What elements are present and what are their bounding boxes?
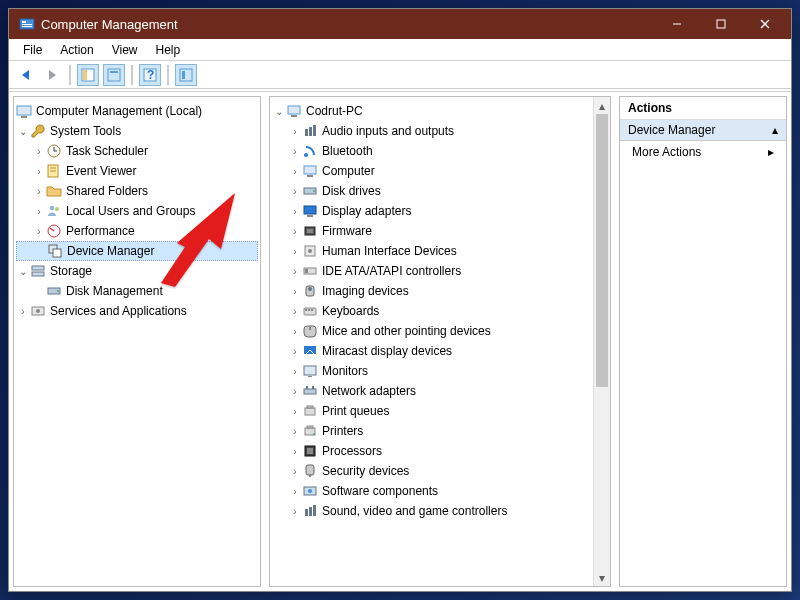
device-tree: ⌄ Codrut-PC ›Audio inputs and outputs›Bl… [270, 97, 610, 525]
svg-point-47 [313, 190, 315, 192]
tree-event-viewer[interactable]: › Event Viewer [16, 161, 258, 181]
expand-icon[interactable]: › [288, 366, 302, 377]
expand-icon[interactable]: › [288, 146, 302, 157]
device-category[interactable]: ›Disk drives [272, 181, 592, 201]
expand-icon[interactable]: › [288, 286, 302, 297]
help-button[interactable]: ? [139, 64, 161, 86]
expand-icon[interactable]: › [288, 486, 302, 497]
menu-action[interactable]: Action [52, 41, 101, 59]
expand-icon[interactable]: › [288, 186, 302, 197]
expand-icon[interactable]: › [288, 346, 302, 357]
expand-icon[interactable]: › [288, 506, 302, 517]
svg-rect-65 [308, 376, 312, 377]
scroll-up-icon[interactable]: ▴ [594, 97, 610, 114]
device-category[interactable]: ›Firmware [272, 221, 592, 241]
menu-help[interactable]: Help [148, 41, 189, 59]
device-category[interactable]: ›Computer [272, 161, 592, 181]
expand-icon[interactable]: › [288, 326, 302, 337]
expand-icon[interactable]: › [32, 226, 46, 237]
vertical-scrollbar[interactable]: ▴ ▾ [593, 97, 610, 586]
expand-icon[interactable]: › [288, 386, 302, 397]
expand-icon[interactable]: › [288, 426, 302, 437]
expand-icon[interactable]: › [288, 166, 302, 177]
tree-storage[interactable]: ⌄ Storage [16, 261, 258, 281]
svg-point-73 [313, 433, 315, 435]
device-icon [302, 283, 318, 299]
device-label: Printers [322, 424, 367, 438]
device-category[interactable]: ›Miracast display devices [272, 341, 592, 361]
expand-icon[interactable]: › [288, 466, 302, 477]
svg-rect-80 [305, 509, 308, 516]
device-category[interactable]: ›Processors [272, 441, 592, 461]
device-category[interactable]: ›Mice and other pointing devices [272, 321, 592, 341]
device-category[interactable]: ›Software components [272, 481, 592, 501]
expand-icon[interactable]: › [288, 206, 302, 217]
expand-icon[interactable]: › [288, 306, 302, 317]
device-category[interactable]: ›Print queues [272, 401, 592, 421]
tree-root[interactable]: Computer Management (Local) [16, 101, 258, 121]
tree-task-scheduler[interactable]: › Task Scheduler [16, 141, 258, 161]
expand-icon[interactable]: › [288, 266, 302, 277]
device-category[interactable]: ›Audio inputs and outputs [272, 121, 592, 141]
maximize-button[interactable] [699, 9, 743, 39]
collapse-icon[interactable]: ⌄ [272, 106, 286, 117]
expand-icon[interactable]: › [288, 126, 302, 137]
tree-performance[interactable]: › Performance [16, 221, 258, 241]
tree-services-apps[interactable]: › Services and Applications [16, 301, 258, 321]
device-icon [302, 223, 318, 239]
tree-local-users[interactable]: › Local Users and Groups [16, 201, 258, 221]
expand-icon[interactable]: › [288, 246, 302, 257]
device-category[interactable]: ›Display adapters [272, 201, 592, 221]
minimize-button[interactable] [655, 9, 699, 39]
back-button[interactable] [15, 64, 37, 86]
forward-button[interactable] [41, 64, 63, 86]
menu-file[interactable]: File [15, 41, 50, 59]
close-button[interactable] [743, 9, 787, 39]
actions-header: Actions [620, 97, 786, 120]
device-category[interactable]: ›Imaging devices [272, 281, 592, 301]
device-icon [302, 123, 318, 139]
tree-system-tools[interactable]: ⌄ System Tools [16, 121, 258, 141]
device-category[interactable]: ›Printers [272, 421, 592, 441]
refresh-button[interactable] [175, 64, 197, 86]
expand-icon[interactable]: › [288, 406, 302, 417]
disk-icon [46, 283, 62, 299]
device-category[interactable]: ›Keyboards [272, 301, 592, 321]
more-actions[interactable]: More Actions ▸ [620, 141, 786, 163]
scrollbar-thumb[interactable] [596, 114, 608, 387]
device-category[interactable]: ›IDE ATA/ATAPI controllers [272, 261, 592, 281]
device-category[interactable]: ›Network adapters [272, 381, 592, 401]
folder-share-icon [46, 183, 62, 199]
expand-icon[interactable]: › [288, 226, 302, 237]
device-root[interactable]: ⌄ Codrut-PC [272, 101, 592, 121]
actions-context[interactable]: Device Manager ▴ [620, 120, 786, 141]
collapse-icon[interactable]: ⌄ [16, 266, 30, 277]
collapse-icon[interactable]: ⌄ [16, 126, 30, 137]
device-label: Network adapters [322, 384, 420, 398]
device-category[interactable]: ›Monitors [272, 361, 592, 381]
svg-rect-11 [83, 70, 87, 80]
expand-icon[interactable]: › [32, 166, 46, 177]
svg-rect-59 [305, 309, 307, 311]
expand-icon[interactable]: › [32, 186, 46, 197]
menubar: File Action View Help [9, 39, 791, 61]
device-category[interactable]: ›Sound, video and game controllers [272, 501, 592, 521]
tree-device-manager[interactable]: Device Manager [16, 241, 258, 261]
scroll-down-icon[interactable]: ▾ [594, 569, 610, 586]
tree-disk-management[interactable]: Disk Management [16, 281, 258, 301]
device-category[interactable]: ›Bluetooth [272, 141, 592, 161]
expand-icon[interactable]: › [288, 446, 302, 457]
wrench-icon [30, 123, 46, 139]
menu-view[interactable]: View [104, 41, 146, 59]
svg-rect-68 [312, 386, 314, 389]
show-hide-tree-button[interactable] [77, 64, 99, 86]
device-category[interactable]: ›Security devices [272, 461, 592, 481]
device-category[interactable]: ›Human Interface Devices [272, 241, 592, 261]
window-title: Computer Management [41, 17, 655, 32]
expand-icon[interactable]: › [32, 206, 46, 217]
expand-icon[interactable]: › [16, 306, 30, 317]
tree-shared-folders[interactable]: › Shared Folders [16, 181, 258, 201]
expand-icon[interactable]: › [32, 146, 46, 157]
device-label: Disk drives [322, 184, 385, 198]
properties-button[interactable] [103, 64, 125, 86]
